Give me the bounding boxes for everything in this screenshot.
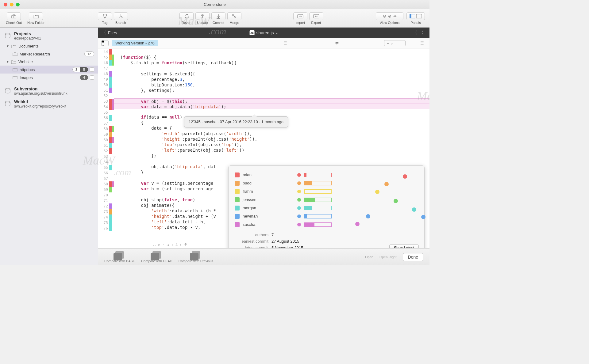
- commit-button[interactable]: Commit: [211, 12, 226, 25]
- toolbar: Check Out New Folder Tag Branch Revert U…: [0, 9, 429, 28]
- author-name: frahm: [243, 189, 267, 194]
- minimize-icon[interactable]: [10, 3, 13, 6]
- chart-point: [384, 182, 389, 186]
- svg-point-8: [5, 33, 10, 35]
- repo-icon: [4, 88, 12, 94]
- folder-icon: [11, 60, 17, 64]
- sidebar-item-documents[interactable]: ▼ Documents: [0, 42, 98, 50]
- sidebar: Projects eos/repos/zw-01 ▼ Documents Mar…: [0, 28, 98, 265]
- author-color-swatch: [235, 181, 240, 186]
- chart-point: [366, 214, 370, 218]
- panels-button[interactable]: Panels: [405, 12, 426, 25]
- update-button[interactable]: Update: [195, 12, 210, 25]
- sidebar-item-httpdocs[interactable]: httpdocs 35: [0, 66, 98, 74]
- pathbar: 〈 Files JS shared.js ⌄ 〈 〉: [98, 28, 429, 38]
- briefcase-icon: [12, 52, 18, 56]
- js-file-icon: JS: [250, 30, 255, 35]
- sidebar-webkit-header[interactable]: Webkit svn.webkit.org/repository/webkit: [0, 97, 98, 110]
- sidebar-item-website[interactable]: ▼ Website: [0, 58, 98, 66]
- chevron-down-icon: ▼: [6, 44, 9, 48]
- list-icon[interactable]: ☰: [281, 40, 290, 47]
- compare-select[interactable]: -- ⌄: [384, 40, 406, 46]
- sidebar-item-marketresearch[interactable]: Market Research 12: [0, 50, 98, 58]
- merge-button[interactable]: Merge: [227, 12, 242, 25]
- chart-point: [412, 207, 416, 212]
- author-bar: [304, 173, 332, 177]
- svg-point-1: [235, 16, 236, 17]
- svg-rect-9: [13, 53, 17, 56]
- chart-point: [403, 174, 407, 179]
- compare-head-button[interactable]: Compare with HEAD: [141, 251, 172, 263]
- author-name: brian: [243, 173, 267, 177]
- filename-dropdown[interactable]: JS shared.js ⌄: [250, 30, 278, 35]
- chart-point: [394, 199, 398, 203]
- version-chip[interactable]: Working Version - 276: [112, 40, 158, 46]
- svg-point-13: [5, 101, 10, 103]
- count-badge: 12: [84, 51, 94, 56]
- blame-scatter-chart: [341, 171, 418, 226]
- author-bar: [304, 198, 332, 202]
- author-name: jenssen: [243, 197, 267, 202]
- compare-prev-button[interactable]: Compare with Previous: [179, 251, 214, 263]
- author-dot: [297, 181, 301, 185]
- newfolder-button[interactable]: New Folder: [25, 12, 47, 25]
- chart-point: [355, 222, 360, 226]
- blame-tooltip: 12'345 · sascha · 07 Apr 2016 22:23:10 ·…: [184, 116, 288, 127]
- author-color-swatch: [235, 197, 240, 202]
- author-dot: [297, 214, 301, 218]
- done-button[interactable]: Done: [403, 253, 423, 261]
- checkbox[interactable]: [90, 75, 94, 80]
- sidebar-item-images[interactable]: Images 4: [0, 74, 98, 82]
- author-bar: [304, 214, 332, 218]
- count-badge: 4: [80, 75, 88, 80]
- compare-base-button[interactable]: Compare with BASE: [104, 251, 135, 263]
- count-badge: 35: [72, 67, 88, 72]
- author-name: sascha: [243, 222, 267, 227]
- swap-icon[interactable]: ⇄: [333, 40, 341, 47]
- author-dot: [297, 198, 301, 202]
- author-name: morgan: [243, 206, 267, 210]
- chevron-left-icon: 〈: [102, 30, 106, 36]
- svg-point-0: [232, 14, 234, 16]
- author-dot: [297, 173, 301, 177]
- svg-rect-5: [410, 14, 411, 18]
- nav-prev-icon[interactable]: 〈: [413, 30, 417, 36]
- target-dropdown[interactable]: ◉ ⌄: [101, 40, 109, 46]
- back-button[interactable]: 〈 Files: [102, 30, 117, 36]
- versionbar: ◉ ⌄ Working Version - 276 ☰ ⇄ -- ⌄ ☰: [98, 38, 429, 48]
- viewoptions-button[interactable]: ⊘⊗⇔ View Options: [374, 12, 405, 25]
- window-title: Cornerstone: [204, 2, 226, 7]
- author-bar: [304, 189, 332, 194]
- open-right-button[interactable]: Open Right: [379, 255, 397, 259]
- author-bar: [304, 206, 332, 210]
- svg-rect-6: [416, 14, 422, 18]
- blame-marks-1: [109, 48, 112, 265]
- open-button[interactable]: Open: [365, 255, 373, 259]
- author-bar: [304, 222, 332, 227]
- editor-ruler: ⎵ ⏎ · ⇥ → 4 ← #: [153, 243, 187, 247]
- export-button[interactable]: Export: [309, 12, 324, 25]
- repo-icon: [4, 100, 12, 107]
- checkout-button[interactable]: Check Out: [3, 12, 25, 25]
- nav-next-icon[interactable]: 〉: [422, 30, 426, 36]
- close-icon[interactable]: [4, 3, 7, 6]
- chevron-updown-icon: ⌄: [275, 31, 278, 35]
- revert-button[interactable]: Revert: [179, 12, 194, 25]
- author-dot: [297, 206, 301, 210]
- svg-rect-10: [13, 69, 17, 71]
- checkbox[interactable]: [90, 67, 94, 72]
- author-color-swatch: [235, 173, 240, 177]
- blame-marks-2: [112, 48, 114, 265]
- chevron-down-icon: ▼: [6, 60, 9, 63]
- author-color-swatch: [235, 214, 240, 219]
- sidebar-subversion-header[interactable]: Subversion svn.apache.org/subversion/tru…: [0, 85, 98, 97]
- repo-icon: [4, 32, 12, 39]
- branch-button[interactable]: Branch: [113, 12, 129, 25]
- maximize-icon[interactable]: [16, 3, 20, 6]
- briefcase-icon: [12, 75, 18, 80]
- author-name: newman: [243, 214, 267, 218]
- import-button[interactable]: Import: [293, 12, 308, 25]
- sidebar-projects-header[interactable]: Projects eos/repos/zw-01: [0, 29, 98, 42]
- list-icon[interactable]: ☰: [418, 40, 426, 47]
- tag-button[interactable]: Tag: [97, 12, 113, 25]
